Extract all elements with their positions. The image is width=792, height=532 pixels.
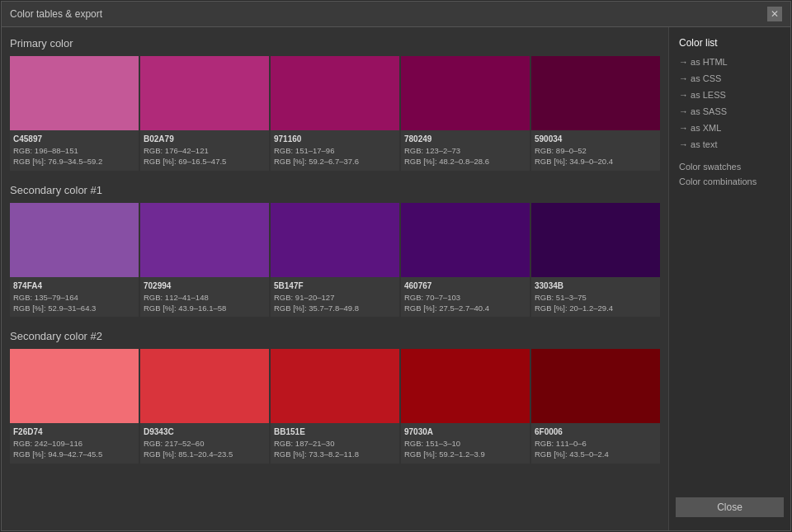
color-info-2-0: F26D74RGB: 242–109–116RGB [%]: 94.9–42.7… [10,423,139,464]
color-hex-2-0: F26D74 [13,426,135,438]
sidebar-item-sass[interactable]: → as SASS [669,103,790,120]
color-rgb-2-0: RGB: 242–109–116 [13,438,135,449]
section-title-1: Secondary color #1 [10,184,660,196]
color-cell-0-3: 780249RGB: 123–2–73RGB [%]: 48.2–0.8–28.… [401,56,530,171]
color-hex-0-3: 780249 [404,134,526,145]
color-hex-1-3: 460767 [404,280,526,292]
color-row-1: 874FA4RGB: 135–79–164RGB [%]: 52.9–31–64… [10,203,660,318]
color-swatch-1-3 [401,203,530,277]
color-swatch-0-3 [401,56,530,130]
color-swatch-1-4 [531,203,660,277]
color-info-1-4: 33034BRGB: 51–3–75RGB [%]: 20–1.2–29.4 [531,277,660,318]
color-swatch-0-0 [10,56,139,130]
color-rgb-2-2: RGB: 187–21–30 [274,438,396,449]
color-cell-0-1: B02A79RGB: 176–42–121RGB [%]: 69–16.5–47… [140,56,269,171]
color-rgb-pct-1-0: RGB [%]: 52.9–31–64.3 [13,303,135,313]
color-rgb-pct-0-0: RGB [%]: 76.9–34.5–59.2 [13,156,135,167]
color-info-0-0: C45897RGB: 196–88–151RGB [%]: 76.9–34.5–… [10,130,139,171]
color-info-2-2: BB151ERGB: 187–21–30RGB [%]: 73.3–8.2–11… [271,423,399,464]
color-row-0: C45897RGB: 196–88–151RGB [%]: 76.9–34.5–… [10,56,660,171]
color-rgb-1-2: RGB: 91–20–127 [274,292,396,303]
color-rgb-1-4: RGB: 51–3–75 [535,292,657,303]
color-cell-1-1: 702994RGB: 112–41–148RGB [%]: 43.9–16.1–… [140,203,269,318]
color-rgb-pct-0-3: RGB [%]: 48.2–0.8–28.6 [404,156,526,167]
color-cell-1-0: 874FA4RGB: 135–79–164RGB [%]: 52.9–31–64… [10,203,139,318]
sidebar-item-css[interactable]: → as CSS [669,70,790,87]
color-cell-0-4: 590034RGB: 89–0–52RGB [%]: 34.9–0–20.4 [531,56,660,171]
close-button[interactable]: Close [676,497,784,517]
sidebar-item-less[interactable]: → as LESS [669,87,790,103]
color-cell-2-0: F26D74RGB: 242–109–116RGB [%]: 94.9–42.7… [10,349,139,464]
dialog-body: Primary colorC45897RGB: 196–88–151RGB [%… [2,27,790,530]
section-title-2: Secondary color #2 [10,330,660,342]
color-rgb-0-3: RGB: 123–2–73 [404,145,526,156]
title-bar: Color tables & export ✕ [2,2,790,27]
sidebar-color-swatches[interactable]: Color swatches [669,159,790,174]
color-cell-2-4: 6F0006RGB: 111–0–6RGB [%]: 43.5–0–2.4 [531,349,660,464]
color-info-1-3: 460767RGB: 70–7–103RGB [%]: 27.5–2.7–40.… [401,277,530,318]
color-rgb-pct-0-4: RGB [%]: 34.9–0–20.4 [535,156,657,167]
color-hex-0-4: 590034 [535,134,657,145]
color-rgb-0-4: RGB: 89–0–52 [535,145,657,156]
color-hex-1-0: 874FA4 [13,280,135,292]
color-rgb-pct-2-4: RGB [%]: 43.5–0–2.4 [535,449,657,459]
color-rgb-0-2: RGB: 151–17–96 [274,145,396,156]
color-swatch-0-2 [271,56,399,130]
color-info-2-4: 6F0006RGB: 111–0–6RGB [%]: 43.5–0–2.4 [531,423,660,464]
color-cell-2-2: BB151ERGB: 187–21–30RGB [%]: 73.3–8.2–11… [271,349,399,464]
color-hex-1-2: 5B147F [274,280,396,292]
color-swatch-2-3 [401,349,530,423]
color-rgb-pct-2-0: RGB [%]: 94.9–42.7–45.5 [13,449,135,459]
color-hex-0-2: 971160 [274,134,396,145]
color-hex-2-1: D9343C [144,426,266,438]
color-rgb-pct-2-2: RGB [%]: 73.3–8.2–11.8 [274,449,396,459]
color-swatch-2-2 [271,349,399,423]
color-section-2: Secondary color #2F26D74RGB: 242–109–116… [10,330,660,464]
color-hex-1-1: 702994 [144,280,266,292]
color-rgb-2-3: RGB: 151–3–10 [404,438,526,449]
main-area: Primary colorC45897RGB: 196–88–151RGB [%… [2,27,668,530]
color-cell-2-1: D9343CRGB: 217–52–60RGB [%]: 85.1–20.4–2… [140,349,269,464]
color-hex-2-3: 97030A [404,426,526,438]
sidebar-item-xml[interactable]: → as XML [669,120,790,136]
section-title-0: Primary color [10,37,660,49]
color-rgb-1-0: RGB: 135–79–164 [13,292,135,303]
color-row-2: F26D74RGB: 242–109–116RGB [%]: 94.9–42.7… [10,349,660,464]
color-swatch-2-4 [531,349,660,423]
color-rgb-2-4: RGB: 111–0–6 [535,438,657,449]
color-rgb-0-1: RGB: 176–42–121 [144,145,266,156]
color-info-1-0: 874FA4RGB: 135–79–164RGB [%]: 52.9–31–64… [10,277,139,318]
color-cell-1-3: 460767RGB: 70–7–103RGB [%]: 27.5–2.7–40.… [401,203,530,318]
color-info-1-1: 702994RGB: 112–41–148RGB [%]: 43.9–16.1–… [140,277,269,318]
color-swatch-0-1 [140,56,269,130]
color-swatch-1-2 [271,203,399,277]
color-cell-2-3: 97030ARGB: 151–3–10RGB [%]: 59.2–1.2–3.9 [401,349,530,464]
sidebar-item-text[interactable]: → as text [669,136,790,153]
color-rgb-pct-2-1: RGB [%]: 85.1–20.4–23.5 [144,449,266,459]
sidebar-section-label: Color list [669,34,790,54]
sidebar-bottom: Close [669,491,790,524]
color-rgb-1-1: RGB: 112–41–148 [144,292,266,303]
color-info-1-2: 5B147FRGB: 91–20–127RGB [%]: 35.7–7.8–49… [271,277,399,318]
color-swatch-2-0 [10,349,139,423]
color-rgb-0-0: RGB: 196–88–151 [13,145,135,156]
color-info-0-2: 971160RGB: 151–17–96RGB [%]: 59.2–6.7–37… [271,130,399,171]
color-rgb-2-1: RGB: 217–52–60 [144,438,266,449]
color-info-0-1: B02A79RGB: 176–42–121RGB [%]: 69–16.5–47… [140,130,269,171]
color-cell-0-0: C45897RGB: 196–88–151RGB [%]: 76.9–34.5–… [10,56,139,171]
color-swatch-0-4 [531,56,660,130]
color-rgb-pct-0-1: RGB [%]: 69–16.5–47.5 [144,156,266,167]
sidebar: Color list → as HTML → as CSS → as LESS … [668,27,790,530]
color-hex-2-4: 6F0006 [535,426,657,438]
color-rgb-pct-1-1: RGB [%]: 43.9–16.1–58 [144,303,266,313]
color-swatch-1-1 [140,203,269,277]
dialog-title: Color tables & export [10,8,102,20]
sidebar-item-html[interactable]: → as HTML [669,54,790,70]
color-rgb-pct-1-2: RGB [%]: 35.7–7.8–49.8 [274,303,396,313]
title-close-button[interactable]: ✕ [767,7,782,21]
color-cell-0-2: 971160RGB: 151–17–96RGB [%]: 59.2–6.7–37… [271,56,399,171]
sidebar-color-combinations[interactable]: Color combinations [669,174,790,189]
color-info-2-3: 97030ARGB: 151–3–10RGB [%]: 59.2–1.2–3.9 [401,423,530,464]
color-rgb-pct-1-3: RGB [%]: 27.5–2.7–40.4 [404,303,526,313]
color-rgb-1-3: RGB: 70–7–103 [404,292,526,303]
